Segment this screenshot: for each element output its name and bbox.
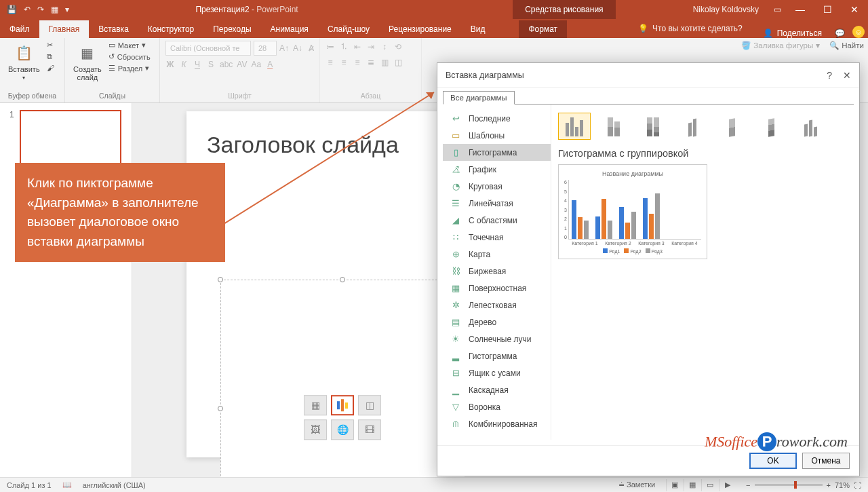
copy-button[interactable]: ⧉ [47, 52, 54, 61]
zoom-out-button[interactable]: − [746, 481, 750, 489]
shrink-font-icon[interactable]: A↓ [293, 43, 302, 53]
tab-insert[interactable]: Вставка [89, 20, 138, 38]
font-size-combo[interactable]: 28 [254, 41, 277, 56]
paste-button[interactable]: 📋Вставить▾ [5, 41, 43, 82]
new-slide-button[interactable]: ▦Создать слайд [71, 41, 104, 83]
cat-bar[interactable]: ☰Линейчатая [443, 195, 551, 212]
cat-scatter[interactable]: ∷Точечная [443, 229, 551, 246]
slideshow-icon[interactable]: ▦ [51, 5, 58, 14]
chart-sample-preview[interactable]: Название диаграммы 6543210 Категория 1Ка… [558, 164, 707, 259]
shadow-button[interactable]: abc [220, 60, 233, 69]
tab-file[interactable]: Файл [0, 20, 39, 38]
thumbnail-1[interactable]: 1 [9, 110, 122, 168]
find-button[interactable]: 🔍Найти [829, 41, 864, 50]
font-color-button[interactable]: A [265, 60, 275, 69]
reset-button[interactable]: ↺Сбросить [108, 52, 151, 61]
save-icon[interactable]: 💾 [7, 5, 17, 14]
subtype-3d-stacked[interactable] [715, 113, 748, 140]
table-icon[interactable]: ▦ [304, 395, 327, 415]
cat-surface[interactable]: ▦Поверхностная [443, 280, 551, 297]
notes-button[interactable]: ≐ Заметки [618, 480, 655, 489]
cat-line[interactable]: ⦨График [443, 161, 551, 178]
bullets-button[interactable]: ≔ [326, 42, 335, 52]
shape-fill-button[interactable]: 🪣Заливка фигуры ▾ [741, 41, 820, 50]
cat-sunburst[interactable]: ☀Солнечные лучи [443, 330, 551, 347]
columns-button[interactable]: ▥ [380, 58, 389, 67]
align-left-button[interactable]: ≡ [326, 58, 335, 67]
cat-waterfall[interactable]: ▁Каскадная [443, 381, 551, 398]
subtype-clustered[interactable] [558, 113, 591, 140]
zoom-in-button[interactable]: + [827, 481, 831, 489]
close-button[interactable]: ✕ [841, 0, 868, 19]
dialog-help-icon[interactable]: ? [827, 70, 832, 81]
dialog-close-icon[interactable]: ✕ [843, 70, 851, 81]
cat-column[interactable]: ▯Гистограмма [443, 144, 551, 161]
tab-design[interactable]: Конструктор [138, 20, 203, 38]
slideshow-view-button[interactable]: ▶ [719, 479, 735, 491]
tell-me[interactable]: 💡Что вы хотите сделать? [626, 19, 755, 38]
cat-pie[interactable]: ◔Круговая [443, 178, 551, 195]
strike-button[interactable]: S [206, 60, 216, 69]
cat-combo[interactable]: ⫙Комбинированная [443, 415, 551, 432]
tab-animation[interactable]: Анимация [261, 20, 318, 38]
spellcheck-icon[interactable]: 📖 [62, 480, 72, 489]
justify-button[interactable]: ≣ [366, 58, 376, 67]
tab-review[interactable]: Рецензирование [379, 20, 461, 38]
smartart-button[interactable]: ◫ [393, 58, 403, 67]
subtype-3d-column[interactable] [794, 113, 827, 140]
tab-slideshow[interactable]: Слайд-шоу [318, 20, 379, 38]
picture-icon[interactable]: 🖼 [304, 419, 327, 440]
feedback-icon[interactable]: ☺ [849, 26, 868, 38]
dialog-tab-all[interactable]: Все диаграммы [443, 91, 515, 105]
cat-histogram[interactable]: ▂Гистограмма [443, 347, 551, 364]
indent-inc-button[interactable]: ⇥ [366, 42, 376, 52]
cat-radar[interactable]: ✲Лепестковая [443, 297, 551, 314]
align-right-button[interactable]: ≡ [353, 58, 362, 67]
cancel-button[interactable]: Отмена [802, 453, 850, 469]
cat-area[interactable]: ◢С областями [443, 212, 551, 229]
language-status[interactable]: английский (США) [83, 481, 146, 489]
clear-format-icon[interactable]: A̷ [307, 43, 316, 53]
align-center-button[interactable]: ≡ [339, 58, 349, 67]
subtype-100stacked[interactable] [637, 113, 669, 140]
tab-view[interactable]: Вид [461, 20, 495, 38]
subtype-stacked[interactable] [597, 113, 630, 140]
tab-home[interactable]: Главная [39, 20, 90, 38]
minimize-button[interactable]: — [787, 0, 814, 19]
zoom-slider[interactable] [755, 484, 823, 486]
cat-recent[interactable]: ↩Последние [443, 110, 551, 127]
cat-templates[interactable]: ▭Шаблоны [443, 127, 551, 144]
underline-button[interactable]: Ч [193, 60, 202, 69]
user-name[interactable]: Nikolay Koldovsky [684, 5, 768, 14]
cat-treemap[interactable]: ▤Дерево [443, 314, 551, 330]
content-placeholder[interactable]: ▦ ◫ 🖼 🌐 🎞 [220, 280, 465, 492]
cat-boxwhisker[interactable]: ⊟Ящик с усами [443, 364, 551, 381]
indent-dec-button[interactable]: ⇤ [353, 42, 362, 52]
numbering-button[interactable]: ⒈ [339, 41, 349, 52]
font-family-combo[interactable]: Calibri (Основной те [165, 41, 251, 56]
share-button[interactable]: 👤Поделиться [755, 29, 830, 38]
chart-icon[interactable] [331, 395, 354, 415]
spacing-button[interactable]: AV [237, 60, 247, 69]
line-spacing-button[interactable]: ↕ [380, 42, 389, 52]
normal-view-button[interactable]: ▣ [666, 479, 682, 491]
ribbon-display-icon[interactable]: ▭ [768, 5, 787, 14]
bold-button[interactable]: Ж [165, 60, 175, 69]
smartart-placeholder-icon[interactable]: ◫ [358, 395, 381, 415]
qat-more-icon[interactable]: ▾ [65, 5, 69, 14]
tab-format[interactable]: Формат [519, 20, 567, 38]
text-dir-button[interactable]: ⟲ [393, 42, 403, 52]
format-painter-button[interactable]: 🖌 [47, 64, 54, 72]
ok-button[interactable]: OK [749, 453, 797, 469]
redo-icon[interactable]: ↷ [37, 5, 44, 14]
zoom-control[interactable]: − + 71% ⛶ [746, 481, 861, 489]
section-button[interactable]: ☰Раздел ▾ [108, 64, 151, 73]
fit-button[interactable]: ⛶ [854, 481, 861, 489]
cat-funnel[interactable]: ▽Воронка [443, 398, 551, 415]
video-icon[interactable]: 🎞 [358, 419, 381, 440]
tab-transitions[interactable]: Переходы [203, 20, 260, 38]
grow-font-icon[interactable]: A↑ [279, 43, 289, 53]
undo-icon[interactable]: ↶ [24, 5, 31, 14]
subtype-3d-clustered[interactable] [676, 113, 709, 140]
cut-button[interactable]: ✂ [47, 41, 54, 50]
